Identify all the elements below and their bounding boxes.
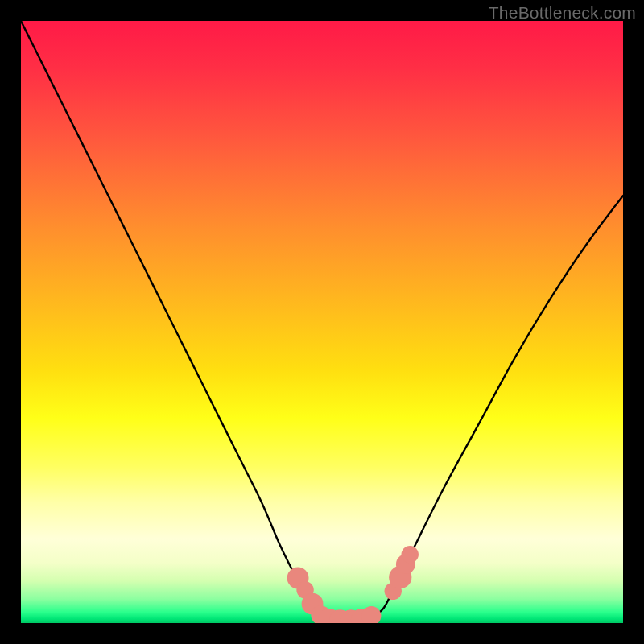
chart-plot-area [21,21,623,623]
chart-overlay [21,21,623,623]
curve-marker [401,546,418,563]
chart-frame: TheBottleneck.com [0,0,644,644]
curve-markers [287,546,419,623]
watermark-text: TheBottleneck.com [489,3,636,23]
curve-marker [361,606,381,623]
bottleneck-curve [21,21,623,621]
